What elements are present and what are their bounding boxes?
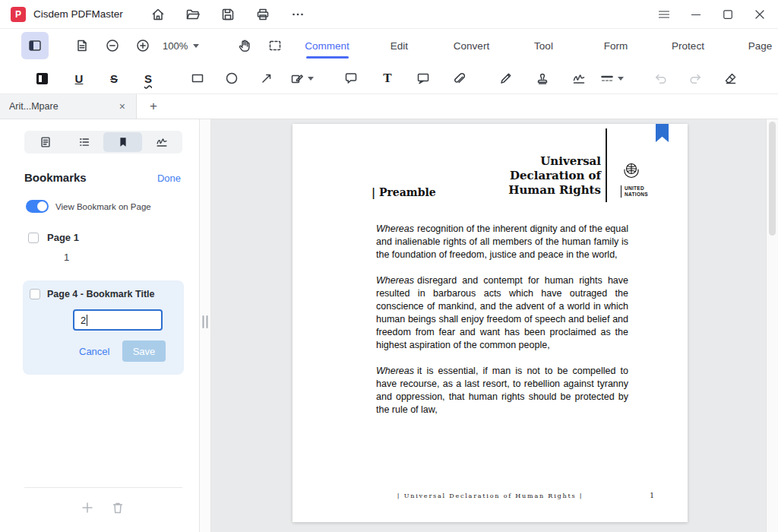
bookmark-item[interactable]: Page 4 - Bookmark Title: [30, 289, 155, 299]
callout-tool-button[interactable]: [413, 68, 434, 89]
undo-button[interactable]: [650, 68, 672, 89]
page-view-button[interactable]: [71, 35, 93, 56]
paragraph-lead: Whereas: [376, 275, 414, 286]
bookmark-icon: [116, 135, 130, 149]
un-logo-line: UNITED: [625, 185, 657, 192]
text-comment-button[interactable]: T: [377, 68, 398, 89]
main-menu-button[interactable]: [653, 4, 675, 25]
tab-convert[interactable]: Convert: [435, 29, 508, 62]
comment-bubble-icon: [343, 71, 359, 86]
splitter-handle-icon[interactable]: [203, 315, 208, 328]
squiggly-tool-button[interactable]: S: [138, 68, 159, 89]
panel-title: Bookmarks: [24, 171, 87, 184]
minimize-button[interactable]: [685, 4, 707, 25]
bookmark-ribbon-icon[interactable]: [656, 124, 669, 142]
pdf-page: Universal Declaration of Human Rights UN…: [293, 124, 688, 522]
tab-edit[interactable]: Edit: [363, 29, 435, 62]
print-button[interactable]: [252, 4, 274, 25]
tab-protect[interactable]: Protect: [652, 29, 724, 62]
document-tab[interactable]: Arit...Mpare ×: [0, 94, 137, 119]
outline-panel-button[interactable]: [65, 132, 103, 152]
select-tool-button[interactable]: [264, 35, 286, 56]
bookmarks-panel-button[interactable]: [103, 132, 142, 152]
mode-tab-bar: Comment Edit Convert Tool Form Protect P…: [291, 29, 778, 62]
zoom-out-icon: [105, 38, 120, 53]
ellipse-tool-button[interactable]: [221, 68, 242, 89]
bookmark-item[interactable]: Page 1: [28, 232, 79, 243]
highlight-tool-button[interactable]: [31, 68, 52, 89]
text-icon: T: [383, 71, 391, 86]
strikeout-tool-button[interactable]: S: [103, 68, 125, 89]
sidebar-panel-switcher: [24, 131, 182, 154]
document-viewport[interactable]: Universal Declaration of Human Rights UN…: [211, 119, 766, 532]
bookmark-page-number[interactable]: 1: [64, 252, 69, 263]
arrow-icon: [259, 71, 274, 86]
minimize-icon: [688, 7, 704, 22]
redo-icon: [688, 71, 703, 86]
paragraph-text: disregard and contempt for human rights …: [376, 275, 628, 350]
sidebar-splitter[interactable]: [199, 119, 211, 532]
maximize-button[interactable]: [717, 4, 738, 25]
attachment-tool-button[interactable]: [448, 68, 470, 89]
pencil-tool-button[interactable]: [495, 68, 517, 89]
app-title: Cisdem PDFMaster: [33, 8, 123, 20]
un-logo-line: NATIONS: [625, 192, 657, 198]
signatures-panel-button[interactable]: [142, 132, 181, 152]
stamp-tool-button[interactable]: [532, 68, 553, 89]
cancel-link[interactable]: Cancel: [79, 346, 109, 357]
sticky-note-button[interactable]: [340, 68, 362, 89]
tab-form[interactable]: Form: [580, 29, 652, 62]
zoom-out-button[interactable]: [102, 35, 123, 56]
tab-close-icon[interactable]: ×: [118, 100, 127, 112]
open-folder-icon: [185, 7, 201, 22]
close-icon: [752, 7, 767, 22]
bookmarks-sidebar: Bookmarks Done View Bookmark on Page Pag…: [0, 119, 199, 532]
menu-icon: [656, 7, 672, 22]
delete-bookmark-button[interactable]: [109, 499, 126, 516]
bookmark-checkbox[interactable]: [30, 289, 40, 299]
thumbnails-panel-button[interactable]: [26, 132, 65, 152]
sidebar-toggle-button[interactable]: [21, 32, 49, 59]
bookmark-checkbox[interactable]: [28, 233, 39, 243]
close-button[interactable]: [749, 4, 770, 25]
view-bookmark-toggle[interactable]: [26, 200, 49, 213]
new-tab-button[interactable]: +: [141, 94, 166, 119]
zoom-level-control[interactable]: 100%: [160, 35, 202, 56]
home-button[interactable]: [147, 4, 169, 25]
shape-tool-button[interactable]: [286, 68, 318, 89]
title-line: Universal: [508, 154, 601, 169]
preamble-heading: | Preamble: [372, 186, 436, 198]
add-bookmark-button[interactable]: [79, 499, 96, 516]
document-header-title: Universal Declaration of Human Rights: [508, 154, 601, 198]
vertical-scrollbar[interactable]: [766, 119, 778, 532]
save-button[interactable]: [217, 4, 239, 25]
undo-icon: [653, 71, 669, 86]
save-bookmark-button[interactable]: Save: [122, 340, 166, 362]
arrow-tool-button[interactable]: [256, 68, 277, 89]
line-style-button[interactable]: [596, 68, 628, 89]
signature-tool-button[interactable]: [568, 68, 590, 89]
stamp-icon: [535, 71, 550, 86]
eraser-button[interactable]: [720, 68, 742, 89]
home-icon: [150, 7, 166, 22]
signature-panel-icon: [155, 135, 169, 149]
bookmark-page-input[interactable]: 2: [73, 309, 163, 331]
hand-tool-button[interactable]: [234, 35, 255, 56]
zoom-in-button[interactable]: [132, 35, 153, 56]
tab-tool[interactable]: Tool: [508, 29, 580, 62]
tab-comment[interactable]: Comment: [291, 29, 363, 62]
ellipse-icon: [224, 71, 239, 86]
scrollbar-thumb[interactable]: [769, 122, 776, 236]
done-link[interactable]: Done: [157, 173, 181, 184]
content-area: Bookmarks Done View Bookmark on Page Pag…: [0, 119, 778, 532]
rectangle-icon: [190, 71, 205, 86]
window-controls: [653, 4, 770, 25]
open-file-button[interactable]: [182, 4, 204, 25]
rectangle-tool-button[interactable]: [187, 68, 208, 89]
underline-tool-button[interactable]: U: [68, 68, 90, 89]
tab-page[interactable]: Page: [724, 29, 778, 62]
redo-button[interactable]: [685, 68, 706, 89]
more-actions-button[interactable]: [287, 4, 308, 25]
pdf-paragraph: Whereasit is essential, if man is not to…: [376, 365, 628, 416]
strikeout-icon: S: [110, 73, 118, 84]
